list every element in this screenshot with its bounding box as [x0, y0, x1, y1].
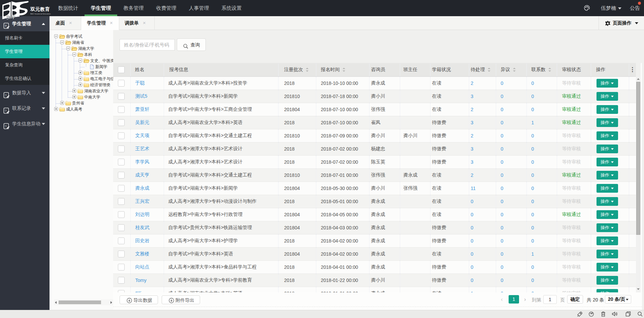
svg-text:?: ? — [5, 24, 7, 28]
svg-text:?: ? — [5, 94, 6, 97]
svg-text:?: ? — [5, 109, 6, 113]
svg-text:?: ? — [5, 125, 6, 128]
